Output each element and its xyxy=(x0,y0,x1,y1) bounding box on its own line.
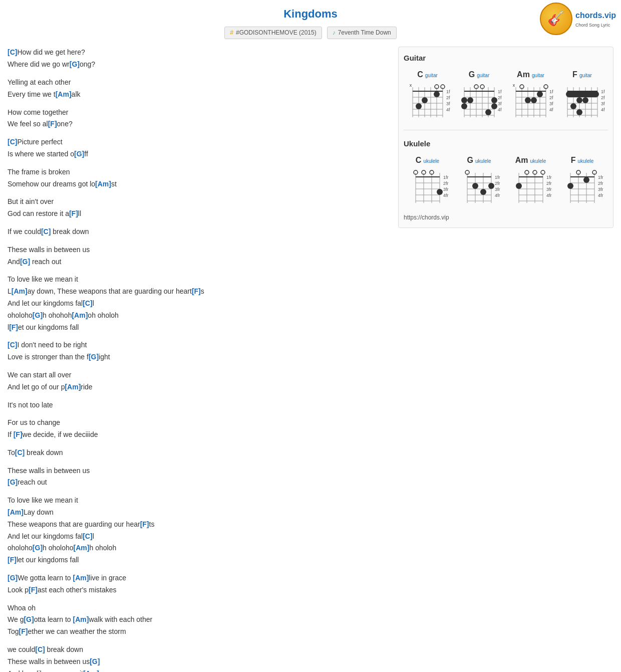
lyric-line: [C]How did we get here? xyxy=(8,47,388,59)
chord-G[interactable]: [G] xyxy=(90,657,100,665)
svg-point-148 xyxy=(567,183,573,189)
artist-text: 7eventh Time Down xyxy=(338,28,391,38)
chord-type-link-guitar[interactable]: guitar xyxy=(477,72,489,80)
chord-card-C-ukulele: C ukulele xyxy=(404,154,451,208)
chord-card-header: C guitar xyxy=(417,68,438,81)
chord-type-link-guitar[interactable]: guitar xyxy=(532,72,544,80)
lyric-line: It's not too late xyxy=(8,399,388,411)
chord-Am[interactable]: [Am] xyxy=(73,574,89,582)
svg-point-77 xyxy=(576,97,582,103)
lyric-line: If we could[C] break down xyxy=(8,226,388,238)
lyrics-block-7: If we could[C] break down xyxy=(8,226,388,238)
chord-F[interactable]: [F] xyxy=(14,430,23,438)
chord-F[interactable]: [F] xyxy=(9,323,18,331)
svg-point-80 xyxy=(576,109,582,115)
chord-C[interactable]: [C] xyxy=(8,48,17,56)
lyrics-block-19: we could[C] break down These walls in be… xyxy=(8,644,388,672)
chord-label-Am: Am xyxy=(517,68,530,81)
chord-G[interactable]: [G] xyxy=(24,615,34,623)
chord-Am[interactable]: [Am] xyxy=(95,180,111,188)
lyrics-block-17: [G]We gotta learn to [Am]live in grace L… xyxy=(8,572,388,596)
chord-C[interactable]: [C] xyxy=(8,341,17,349)
svg-text:3fr: 3fr xyxy=(498,101,502,106)
svg-point-39 xyxy=(485,109,491,115)
lyric-line: And let our kingdoms fal[C]l xyxy=(8,531,388,543)
lyric-line: Love is stronger than the f[G]ight xyxy=(8,351,388,363)
chord-G[interactable]: [G] xyxy=(70,60,80,68)
lyric-line: The frame is broken xyxy=(8,166,388,178)
chord-F[interactable]: [F] xyxy=(69,209,78,217)
lyric-line: These walls in between us[G] xyxy=(8,656,388,668)
lyric-line: [G]We gotta learn to [Am]live in grace xyxy=(8,572,388,584)
chord-card-header: F ukulele xyxy=(571,154,593,167)
chord-G[interactable]: [G] xyxy=(8,478,18,486)
chord-C[interactable]: [C] xyxy=(41,228,51,236)
chord-G[interactable]: [G] xyxy=(33,311,43,319)
chord-type-link-ukulele[interactable]: ukulele xyxy=(423,157,439,165)
chord-Am[interactable]: [Am] xyxy=(8,508,24,516)
chord-F[interactable]: [F] xyxy=(48,120,57,128)
chord-G[interactable]: [G] xyxy=(20,258,30,266)
chord-F[interactable]: [F] xyxy=(192,287,201,295)
chord-type-link-ukulele[interactable]: ukulele xyxy=(475,157,491,165)
svg-point-16 xyxy=(416,103,422,109)
svg-text:3fr: 3fr xyxy=(495,187,500,192)
lyrics-block-13: For us to change If [F]we decide, if we … xyxy=(8,417,388,441)
lyric-line: Is where we started o[G]ff xyxy=(8,148,388,160)
svg-point-35 xyxy=(491,97,497,103)
chord-G[interactable]: [G] xyxy=(74,150,84,158)
chord-C[interactable]: [C] xyxy=(83,532,92,540)
ukulele-chord-row: C ukulele xyxy=(404,154,608,208)
chord-url[interactable]: https://chords.vip xyxy=(404,213,608,222)
chord-G[interactable]: [G] xyxy=(33,544,43,552)
hashtag-badge[interactable]: # #GODISONTHEMOVE (2015) xyxy=(224,27,322,39)
lyric-line: But it ain't over xyxy=(8,196,388,208)
svg-text:2fr: 2fr xyxy=(443,181,449,186)
chord-type-link-guitar[interactable]: guitar xyxy=(579,72,592,80)
chord-F[interactable]: [F] xyxy=(140,520,149,528)
chord-G[interactable]: [G] xyxy=(89,353,99,361)
chord-F[interactable]: [F] xyxy=(19,627,28,635)
lyric-line: Where did we go wr[G]ong? xyxy=(8,59,388,71)
chord-label-C-uke: C xyxy=(416,154,422,167)
chord-card-header: F guitar xyxy=(572,68,592,81)
chord-card-F-guitar: F guitar xyxy=(558,68,606,122)
section-divider xyxy=(404,130,608,130)
lyric-line: we could[C] break down xyxy=(8,644,388,656)
logo-area: 🎸 chords.vip Chord Song Lyric xyxy=(540,3,616,35)
chord-type-link-ukulele[interactable]: ukulele xyxy=(530,157,546,165)
lyrics-block-8: These walls in between us And[G] reach o… xyxy=(8,244,388,268)
chord-C[interactable]: [C] xyxy=(15,449,25,457)
chord-label-F: F xyxy=(572,68,577,81)
chord-card-Am-ukulele: Am ukulele xyxy=(507,154,554,208)
svg-text:x: x xyxy=(409,83,412,88)
chord-C[interactable]: [C] xyxy=(8,138,17,146)
lyric-line: Every time we t[Am]alk xyxy=(8,89,388,101)
chord-F[interactable]: [F] xyxy=(8,556,17,564)
chord-Am[interactable]: [Am] xyxy=(12,287,28,295)
svg-text:4fr: 4fr xyxy=(498,107,502,112)
lyrics-block-1: [C]How did we get here? Where did we go … xyxy=(8,47,388,71)
chord-Am[interactable]: [Am] xyxy=(56,90,72,98)
chord-F[interactable]: [F] xyxy=(29,586,38,594)
chord-Am[interactable]: [Am] xyxy=(83,669,99,672)
chord-C[interactable]: [C] xyxy=(35,645,45,653)
chord-Am[interactable]: [Am] xyxy=(73,615,89,623)
chord-diagram-Am-ukulele: 1fr 2fr 3fr 4fr xyxy=(508,168,553,208)
chord-type-link-guitar[interactable]: guitar xyxy=(425,72,438,80)
main-layout: [C]How did we get here? Where did we go … xyxy=(8,47,613,672)
chord-card-header: G ukulele xyxy=(467,154,491,167)
chord-G[interactable]: [G] xyxy=(8,574,18,582)
guitar-chord-row: C guitar xyxy=(404,68,608,122)
lyrics-block-14: To[C] break down xyxy=(8,447,388,459)
person-icon: ♪ xyxy=(333,28,336,38)
chord-Am[interactable]: [Am] xyxy=(74,544,90,552)
artist-badge[interactable]: ♪ 7eventh Time Down xyxy=(327,27,397,39)
chord-C[interactable]: [C] xyxy=(83,299,92,307)
chord-label-Am-uke: Am xyxy=(515,154,528,167)
lyric-line: If [F]we decide, if we deciiide xyxy=(8,429,388,441)
chord-Am[interactable]: [Am] xyxy=(72,311,88,319)
svg-text:2fr: 2fr xyxy=(495,181,500,186)
chord-Am[interactable]: [Am] xyxy=(65,383,81,391)
chord-type-link-ukulele[interactable]: ukulele xyxy=(578,157,594,165)
